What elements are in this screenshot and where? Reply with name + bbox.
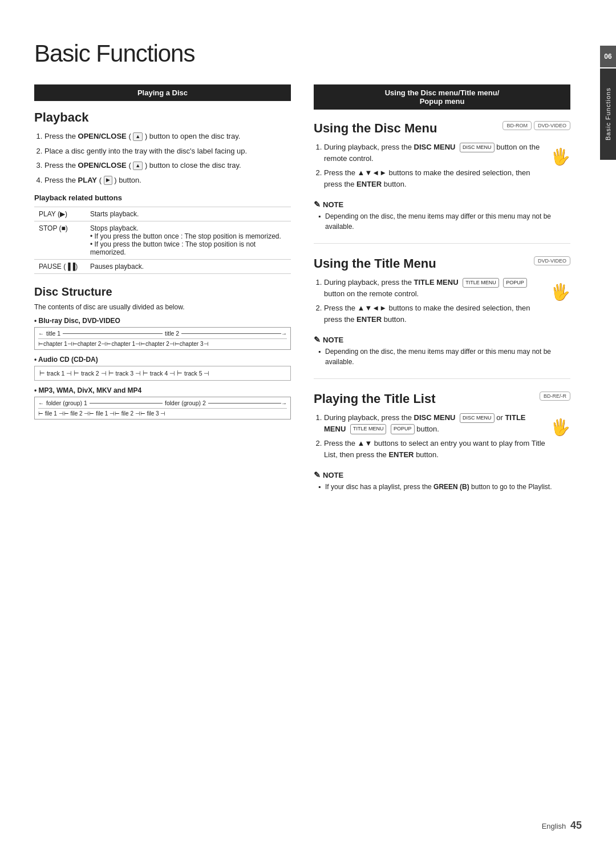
title-list-note-item: If your disc has a playlist, press the G… bbox=[318, 482, 570, 492]
dvd-video-icon-2: DVD-VIDEO bbox=[534, 256, 570, 265]
line2 bbox=[181, 333, 281, 334]
folder2-label: folder (group) 2 bbox=[165, 400, 206, 406]
ch5: ⊢chapter 3⊣ bbox=[175, 341, 209, 347]
table-row: PAUSE (▐▐) Pauses playback. bbox=[34, 260, 291, 274]
disc-menu-step-2: Press the ▲▼◄► buttons to make the desir… bbox=[324, 167, 546, 189]
stop-desc-cell: Stops playback. • If you press the butto… bbox=[86, 221, 291, 260]
line4 bbox=[208, 403, 281, 404]
title-list-step-2: Press the ▲▼ buttons to select an entry … bbox=[324, 438, 546, 460]
title-menu-step-list: During playback, press the TITLE MENU TI… bbox=[314, 277, 546, 330]
title-menu-bold: TITLE MENU bbox=[414, 278, 459, 287]
playback-table: PLAY (▶) Starts playback. STOP (■) Stops… bbox=[34, 207, 291, 274]
divider-1 bbox=[314, 243, 570, 244]
left-column: Playing a Disc Playback Press the OPEN/C… bbox=[34, 84, 291, 503]
title-list-section: Playing the Title List BD-RE/-R During p… bbox=[314, 389, 570, 492]
file1: ⊢ file 1 ⊣ bbox=[38, 410, 64, 417]
disc-menu-btn: DISC MENU bbox=[460, 143, 495, 153]
disc-menu-section: Using the Disc Menu BD-ROM DVD-VIDEO Dur… bbox=[314, 119, 570, 232]
side-num-text: 06 bbox=[604, 53, 611, 60]
play-button-cell: PLAY (▶) bbox=[34, 207, 86, 221]
dvd-video-icon-1: DVD-VIDEO bbox=[534, 121, 570, 130]
track2: ⊢ track 2 ⊣ bbox=[74, 370, 106, 377]
mp3-label: • MP3, WMA, DivX, MKV and MP4 bbox=[34, 386, 291, 394]
disc-menu-bold-2: DISC MENU bbox=[414, 413, 456, 422]
playback-title: Playback bbox=[34, 110, 291, 125]
title-menu-note-list: Depending on the disc, the menu items ma… bbox=[314, 346, 570, 367]
title-list-icons: BD-RE/-R bbox=[540, 392, 570, 401]
disc-menu-note-list: Depending on the disc, the menu items ma… bbox=[314, 211, 570, 232]
play-bold: PLAY bbox=[78, 176, 97, 184]
playing-disc-banner: Playing a Disc bbox=[34, 84, 291, 101]
title-list-hand-icon: 🖐 bbox=[550, 418, 570, 437]
disc-menu-banner: Using the Disc menu/Title menu/ Popup me… bbox=[314, 84, 570, 110]
title-menu-btn: TITLE MENU bbox=[463, 278, 499, 288]
ch3: ⊢chapter 1⊣ bbox=[106, 341, 140, 347]
title-menu-note-item: Depending on the disc, the menu items ma… bbox=[318, 346, 570, 367]
playback-section: Playback Press the OPEN/CLOSE ( ▲ ) butt… bbox=[34, 110, 291, 274]
disc-menu-step-list: During playback, press the DISC MENU DIS… bbox=[314, 142, 546, 195]
mp3-file-row: ⊢ file 1 ⊣ ⊢ file 2 ⊣ ⊢ file 1 ⊣ ⊢ file … bbox=[38, 410, 287, 417]
title-menu-hand-icon: 🖐 bbox=[550, 283, 570, 301]
open-icon-2: ▲ bbox=[133, 162, 143, 171]
playback-step-3: Press the OPEN/CLOSE ( ▲ ) button to clo… bbox=[44, 160, 291, 171]
title-menu-icons: DVD-VIDEO bbox=[534, 256, 570, 265]
two-column-layout: Playing a Disc Playback Press the OPEN/C… bbox=[34, 84, 570, 503]
pause-button-cell: PAUSE (▐▐) bbox=[34, 260, 86, 274]
title-menu-section: Using the Title Menu DVD-VIDEO During pl… bbox=[314, 254, 570, 367]
title-menu-steps: During playback, press the TITLE MENU TI… bbox=[314, 277, 570, 330]
playback-step-4: Press the PLAY ( ▶ ) button. bbox=[44, 175, 291, 186]
title-list-step-list: During playback, press the DISC MENU DIS… bbox=[314, 412, 546, 466]
title-list-step-1: During playback, press the DISC MENU DIS… bbox=[324, 412, 546, 434]
arrow-left-2: ← bbox=[38, 400, 44, 406]
disc-menu-ol: During playback, press the DISC MENU DIS… bbox=[314, 142, 546, 189]
mp3-folder-row: ← folder (group) 1 folder (group) 2 → bbox=[38, 400, 287, 409]
disc-structure-section: Disc Structure The contents of disc are … bbox=[34, 285, 291, 420]
play-icon: ▶ bbox=[104, 176, 112, 185]
title-list-ol: During playback, press the DISC MENU DIS… bbox=[314, 412, 546, 460]
bluray-chapter-row: ⊢chapter 1⊣ ⊢chapter 2⊣ ⊢chapter 1⊣ ⊢cha… bbox=[38, 341, 287, 347]
audio-cd-diagram: ⊢ track 1 ⊣ ⊢ track 2 ⊣ ⊢ track 3 ⊣ ⊢ tr… bbox=[34, 366, 291, 381]
audio-cd-label: • Audio CD (CD-DA) bbox=[34, 356, 291, 364]
green-b-bold: GREEN (B) bbox=[433, 483, 469, 491]
stop-button-cell: STOP (■) bbox=[34, 221, 86, 260]
disc-menu-note-item: Depending on the disc, the menu items ma… bbox=[318, 211, 570, 232]
pause-symbol: ▐▐ bbox=[66, 263, 75, 271]
note-label-1: NOTE bbox=[314, 200, 570, 209]
disc-menu-btn-2: DISC MENU bbox=[460, 413, 495, 423]
playback-steps-list: Press the OPEN/CLOSE ( ▲ ) button to ope… bbox=[34, 131, 291, 185]
open-close-bold-1: OPEN/CLOSE bbox=[78, 132, 127, 140]
arrow-right-2: → bbox=[281, 400, 287, 406]
arrow-right-1: → bbox=[281, 330, 287, 337]
main-content: Basic Functions Playing a Disc Playback … bbox=[0, 23, 599, 820]
title-menu-ol: During playback, press the TITLE MENU TI… bbox=[314, 277, 546, 325]
title-list-note: NOTE If your disc has a playlist, press … bbox=[314, 470, 570, 492]
play-desc-cell: Starts playback. bbox=[86, 207, 291, 221]
enter-bold-3: ENTER bbox=[388, 450, 414, 459]
title-menu-step-2: Press the ▲▼◄► buttons to make the desir… bbox=[324, 302, 546, 325]
title1-label: title 1 bbox=[46, 330, 60, 337]
page-footer: English 45 bbox=[542, 820, 582, 832]
popup-btn-1: POPUP bbox=[503, 278, 527, 288]
file4: ⊢ file 2 ⊣ bbox=[115, 410, 140, 417]
title-menu-title: Using the Title Menu bbox=[314, 256, 436, 271]
bd-re-r-icon: BD-RE/-R bbox=[540, 392, 570, 401]
page-title: Basic Functions bbox=[34, 40, 570, 67]
open-icon: ▲ bbox=[133, 132, 143, 142]
title2-label: title 2 bbox=[165, 330, 179, 337]
ch1: ⊢chapter 1⊣ bbox=[38, 341, 72, 347]
note-label-2: NOTE bbox=[314, 335, 570, 344]
line3 bbox=[90, 403, 163, 404]
open-close-bold-2: OPEN/CLOSE bbox=[78, 161, 127, 170]
track5: ⊢ track 5 ⊣ bbox=[177, 370, 209, 377]
side-tab-text: Basic Functions bbox=[605, 88, 611, 141]
file5: ⊢ file 3 ⊣ bbox=[140, 410, 166, 417]
disc-menu-icons: BD-ROM DVD-VIDEO bbox=[502, 121, 570, 130]
disc-menu-note: NOTE Depending on the disc, the menu ite… bbox=[314, 200, 570, 232]
title-menu-btn-2: TITLE MENU bbox=[350, 424, 387, 434]
popup-btn-2: POPUP bbox=[391, 424, 415, 434]
page-number: 45 bbox=[570, 820, 582, 831]
bluray-dvd-label: • Blu-ray Disc, DVD-VIDEO bbox=[34, 317, 291, 325]
enter-bold-2: ENTER bbox=[356, 315, 382, 324]
title-list-note-list: If your disc has a playlist, press the G… bbox=[314, 482, 570, 492]
enter-bold-1: ENTER bbox=[356, 180, 382, 188]
